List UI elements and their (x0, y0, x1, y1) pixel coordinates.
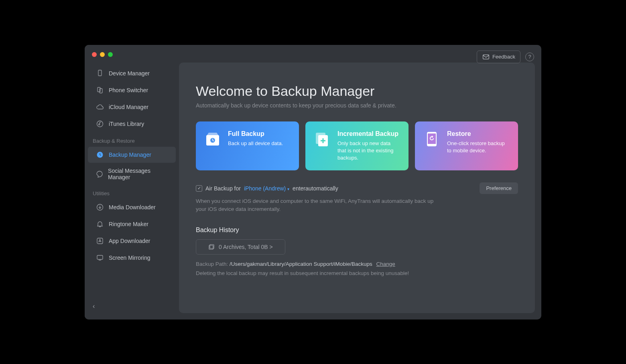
chat-icon (96, 170, 103, 178)
card-title: Incremental Backup (337, 130, 400, 138)
sidebar-item-label: Backup Manager (109, 152, 151, 158)
close-window-button[interactable] (92, 52, 97, 57)
svg-rect-1 (98, 70, 102, 76)
card-desc: Back up all device data. (228, 140, 283, 147)
card-title: Full Backup (228, 130, 283, 138)
svg-rect-14 (428, 133, 436, 144)
music-icon (96, 120, 104, 128)
sidebar-item-label: App Downloader (109, 238, 150, 244)
restore-text: Restore One-click restore backup to mobi… (447, 130, 510, 162)
collapse-sidebar-button[interactable]: ‹ (85, 299, 103, 313)
restore-icon (423, 130, 441, 148)
sidebar-item-ringtone-maker[interactable]: Ringtone Maker (88, 216, 176, 232)
backup-icon (96, 151, 104, 159)
download-icon (96, 203, 104, 211)
main-content: Welcome to Backup Manager Automatically … (179, 63, 535, 313)
path-value: /Users/gakman/Library/Application Suppor… (230, 261, 372, 267)
switcher-icon (96, 86, 104, 94)
page-title: Welcome to Backup Manager (196, 83, 518, 99)
sidebar-item-label: Social Messages Manager (108, 168, 168, 180)
air-backup-suffix: enterautomatically (293, 185, 338, 192)
chevron-down-icon: ▾ (287, 187, 289, 191)
sidebar-item-phone-switcher[interactable]: Phone Switcher (88, 82, 176, 98)
sidebar-item-label: iTunes Library (109, 121, 144, 127)
full-backup-text: Full Backup Back up all device data. (228, 130, 283, 162)
svg-rect-8 (97, 255, 103, 259)
svg-rect-2 (98, 87, 100, 92)
air-backup-prefix: Air Backup for (205, 185, 241, 192)
backup-history-title: Backup History (196, 226, 518, 234)
mail-icon (482, 53, 490, 61)
backup-warning: Deleting the local backup may result in … (196, 270, 518, 276)
device-icon (96, 69, 104, 77)
sidebar-item-label: Media Downloader (109, 204, 156, 210)
card-desc: One-click restore backup to mobile devic… (447, 140, 510, 154)
bell-icon (96, 220, 104, 228)
sidebar-item-label: Device Manager (109, 70, 150, 77)
sidebar-item-backup-manager[interactable]: Backup Manager (88, 147, 176, 163)
incremental-backup-text: Incremental Backup Only back up new data… (337, 130, 400, 162)
air-backup-checkbox[interactable] (196, 185, 202, 192)
page-subtitle: Automatically back up device contents to… (196, 102, 518, 109)
sidebar-item-label: Screen Mirroring (109, 255, 150, 261)
sidebar-item-label: Ringtone Maker (109, 221, 148, 227)
sidebar-item-device-manager[interactable]: Device Manager (88, 65, 176, 81)
maximize-window-button[interactable] (108, 52, 113, 57)
header-actions: Feedback ? (477, 51, 534, 63)
change-path-link[interactable]: Change (376, 261, 395, 267)
sidebar-item-label: iCloud Manager (109, 104, 148, 110)
restore-card[interactable]: Restore One-click restore backup to mobi… (415, 121, 518, 171)
feedback-label: Feedback (492, 54, 515, 60)
sidebar-item-icloud-manager[interactable]: iCloud Manager (88, 99, 176, 115)
sidebar-item-social-messages[interactable]: Social Messages Manager (88, 164, 176, 184)
full-backup-card[interactable]: Full Backup Back up all device data. (196, 121, 299, 171)
backup-path-row: Backup Path: /Users/gakman/Library/Appli… (196, 261, 518, 267)
feedback-button[interactable]: Feedback (477, 51, 520, 63)
sidebar: Device Manager Phone Switcher iCloud Man… (85, 45, 179, 320)
app-icon (96, 237, 104, 245)
archive-icon (208, 244, 215, 250)
device-selector[interactable]: iPhone (Andrew) ▾ (244, 185, 289, 192)
help-button[interactable]: ? (525, 53, 534, 61)
sidebar-item-itunes-library[interactable]: iTunes Library (88, 116, 176, 132)
app-window: Feedback ? Device Manager Phone Switcher… (85, 45, 541, 320)
sidebar-item-screen-mirroring[interactable]: Screen Mirroring (88, 250, 176, 266)
preference-button[interactable]: Preference (480, 182, 518, 194)
incremental-backup-icon (313, 130, 331, 148)
sidebar-section-backup: Backup & Restore (85, 132, 179, 146)
cloud-icon (96, 103, 104, 111)
sidebar-item-media-downloader[interactable]: Media Downloader (88, 199, 176, 215)
card-title: Restore (447, 130, 510, 138)
full-backup-icon (204, 130, 222, 148)
incremental-backup-card[interactable]: Incremental Backup Only back up new data… (305, 121, 409, 171)
sidebar-section-utilities: Utilities (85, 185, 179, 199)
mirror-icon (96, 254, 104, 262)
archives-button[interactable]: 0 Archives, Total 0B > (196, 239, 285, 255)
backup-cards: Full Backup Back up all device data. Inc… (196, 121, 518, 171)
window-controls (92, 52, 113, 57)
sidebar-item-app-downloader[interactable]: App Downloader (88, 233, 176, 249)
air-backup-description: When you connect iOS device and computer… (196, 197, 445, 214)
archives-label: 0 Archives, Total 0B > (219, 244, 273, 250)
air-backup-row: Air Backup for iPhone (Andrew) ▾ enterau… (196, 182, 518, 194)
path-label: Backup Path: (196, 261, 228, 267)
card-desc: Only back up new data that is not in the… (337, 140, 400, 162)
minimize-window-button[interactable] (100, 52, 105, 57)
svg-rect-3 (100, 89, 102, 93)
svg-rect-0 (483, 55, 489, 59)
sidebar-item-label: Phone Switcher (109, 87, 148, 93)
